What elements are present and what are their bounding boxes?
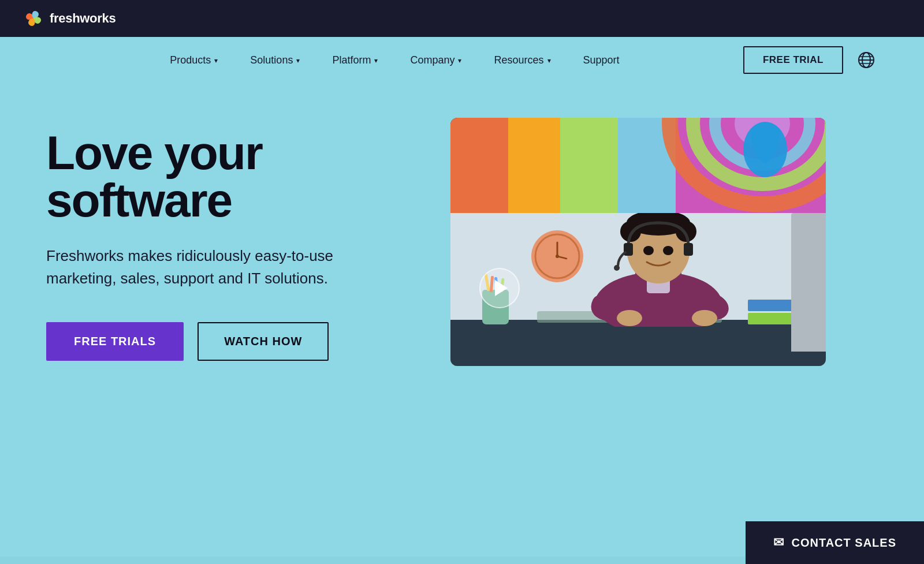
svg-point-27 bbox=[629, 214, 647, 231]
globe-icon bbox=[857, 51, 875, 69]
nav-item-company[interactable]: Company ▾ bbox=[394, 48, 478, 72]
nav-item-support[interactable]: Support bbox=[567, 48, 636, 72]
play-icon bbox=[495, 280, 508, 296]
nav-right: FREE TRIAL bbox=[743, 46, 878, 74]
svg-point-28 bbox=[670, 214, 687, 231]
nav-links: Products ▾ Solutions ▾ Platform ▾ Compan… bbox=[46, 48, 743, 72]
video-top-section bbox=[450, 118, 826, 213]
nav-item-products[interactable]: Products ▾ bbox=[154, 48, 234, 72]
nav-item-solutions[interactable]: Solutions ▾ bbox=[234, 48, 316, 72]
svg-rect-6 bbox=[450, 118, 508, 213]
desk-surface bbox=[450, 320, 826, 366]
hero-title: Love your software bbox=[46, 129, 404, 224]
svg-rect-7 bbox=[508, 118, 560, 213]
hero-buttons: FREE TRIALS WATCH HOW bbox=[46, 322, 404, 361]
free-trial-button[interactable]: FREE TRIAL bbox=[743, 46, 843, 74]
person-silhouette bbox=[543, 213, 774, 327]
rainbow-background bbox=[450, 118, 826, 213]
chevron-down-icon: ▾ bbox=[547, 57, 551, 65]
contact-sales-label: CONTACT SALES bbox=[791, 536, 896, 550]
svg-rect-30 bbox=[684, 243, 693, 256]
nav-item-platform[interactable]: Platform ▾ bbox=[316, 48, 394, 72]
logo[interactable]: freshworks bbox=[23, 8, 116, 29]
nav-item-resources[interactable]: Resources ▾ bbox=[478, 48, 567, 72]
svg-rect-8 bbox=[560, 118, 618, 213]
svg-point-33 bbox=[663, 246, 673, 255]
watch-how-button[interactable]: WATCH HOW bbox=[198, 322, 329, 361]
monitor bbox=[791, 213, 826, 352]
contact-sales-button[interactable]: ✉ CONTACT SALES bbox=[746, 521, 924, 564]
hero-section: Love your software Freshworks makes ridi… bbox=[0, 83, 924, 556]
topbar: freshworks bbox=[0, 0, 924, 37]
hero-subtitle: Freshworks makes ridiculously easy-to-us… bbox=[46, 245, 358, 290]
globe-icon-button[interactable] bbox=[855, 48, 878, 72]
logo-text: freshworks bbox=[50, 11, 116, 26]
freshworks-logo-icon bbox=[23, 8, 44, 29]
svg-point-35 bbox=[692, 310, 717, 326]
svg-point-32 bbox=[643, 246, 654, 255]
svg-point-31 bbox=[614, 265, 620, 271]
free-trials-button[interactable]: FREE TRIALS bbox=[46, 322, 184, 361]
chevron-down-icon: ▾ bbox=[374, 57, 378, 65]
play-button[interactable] bbox=[479, 268, 520, 308]
chevron-down-icon: ▾ bbox=[296, 57, 300, 65]
video-bottom-section bbox=[450, 213, 826, 366]
svg-point-34 bbox=[617, 310, 642, 326]
main-navigation: Products ▾ Solutions ▾ Platform ▾ Compan… bbox=[0, 37, 924, 83]
hero-video[interactable] bbox=[450, 118, 826, 366]
hero-left: Love your software Freshworks makes ridi… bbox=[46, 118, 404, 361]
chevron-down-icon: ▾ bbox=[458, 57, 461, 65]
hero-right bbox=[450, 118, 878, 366]
envelope-icon: ✉ bbox=[773, 535, 784, 550]
chevron-down-icon: ▾ bbox=[214, 57, 218, 65]
